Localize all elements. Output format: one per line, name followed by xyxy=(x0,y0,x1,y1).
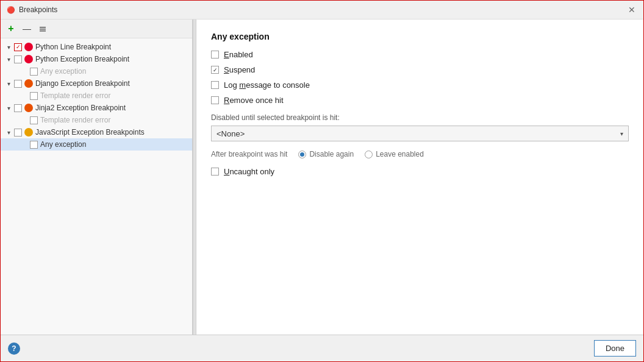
suspend-checkbox[interactable] xyxy=(211,66,219,74)
log-message-label: Log message to console xyxy=(224,80,310,90)
remove-breakpoint-button[interactable]: — xyxy=(20,22,34,35)
log-message-option: Log message to console xyxy=(211,80,629,90)
chevron-icon xyxy=(4,55,13,63)
chevron-icon xyxy=(4,43,13,51)
checkbox-javascript-exception[interactable] xyxy=(14,129,22,137)
breakpoint-icon xyxy=(24,104,33,112)
list-item[interactable]: Any exception xyxy=(1,65,192,77)
checkbox-jinja2-exception[interactable] xyxy=(14,104,22,112)
settings-icon xyxy=(38,24,47,33)
close-button[interactable]: ✕ xyxy=(626,4,637,15)
enabled-option: Enabled xyxy=(211,50,629,59)
item-label: Template render error xyxy=(40,91,110,100)
item-label: JavaScript Exception Breakpoints xyxy=(35,128,145,137)
settings-button[interactable] xyxy=(36,22,49,35)
checkbox-django-exception[interactable] xyxy=(14,80,22,88)
enabled-label: Enabled xyxy=(224,50,253,59)
log-message-checkbox[interactable] xyxy=(211,81,219,89)
chevron-icon xyxy=(4,79,13,88)
breakpoints-dialog: 🔴 Breakpoints ✕ + — xyxy=(0,0,644,362)
section-title: Any exception xyxy=(211,32,629,41)
dropdown-value: <None> xyxy=(216,129,245,138)
suspend-label: Suspend xyxy=(224,65,255,74)
disabled-until-label: Disabled until selected breakpoint is hi… xyxy=(211,113,629,122)
done-button[interactable]: Done xyxy=(594,340,636,357)
uncaught-only-label: Uncaught only xyxy=(224,167,274,176)
svg-rect-2 xyxy=(40,30,46,32)
item-label: Any exception xyxy=(40,67,86,76)
help-button[interactable]: ? xyxy=(8,342,20,355)
item-label: Python Line Breakpoint xyxy=(35,43,111,51)
dropdown-row: <None> ▾ xyxy=(211,126,629,141)
remove-once-label: Remove once hit xyxy=(224,96,284,105)
item-label: Jinja2 Exception Breakpoint xyxy=(35,104,126,112)
list-item[interactable]: JavaScript Exception Breakpoints xyxy=(1,126,192,138)
item-label: Template render error xyxy=(40,116,110,124)
checkbox-any-exception-python[interactable] xyxy=(30,68,38,76)
dialog-title: Breakpoints xyxy=(19,5,57,14)
remove-once-option: Remove once hit xyxy=(211,96,629,105)
breakpoint-icon xyxy=(24,79,33,88)
breakpoint-icon xyxy=(24,43,33,51)
list-item[interactable]: Django Exception Breakpoint xyxy=(1,77,192,90)
breakpoint-icon xyxy=(24,128,33,137)
svg-rect-0 xyxy=(40,27,46,28)
leave-enabled-radio[interactable] xyxy=(365,151,373,158)
leave-enabled-label: Leave enabled xyxy=(376,150,424,158)
item-label: Django Exception Breakpoint xyxy=(35,79,130,88)
add-breakpoint-button[interactable]: + xyxy=(4,22,18,35)
checkbox-python-line[interactable] xyxy=(14,43,22,51)
tree-toolbar: + — xyxy=(1,20,192,38)
item-label: Python Exception Breakpoint xyxy=(35,55,129,63)
chevron-icon xyxy=(4,104,13,112)
svg-rect-1 xyxy=(40,29,46,30)
after-hit-row: After breakpoint was hit Disable again L… xyxy=(211,150,629,158)
list-item[interactable]: Template render error xyxy=(1,90,192,102)
checkbox-python-exception[interactable] xyxy=(14,55,22,63)
leave-enabled-option[interactable]: Leave enabled xyxy=(365,150,424,158)
chevron-down-icon: ▾ xyxy=(620,130,623,137)
disable-again-label: Disable again xyxy=(309,150,354,158)
right-panel: Any exception Enabled Suspend Log messag… xyxy=(196,20,643,335)
dialog-body: + — Python Line Breakpoint xyxy=(1,20,643,335)
checkbox-template-render-django[interactable] xyxy=(30,92,38,100)
uncaught-only-checkbox[interactable] xyxy=(211,168,219,176)
checkbox-template-render-jinja[interactable] xyxy=(30,116,38,124)
suspend-option: Suspend xyxy=(211,65,629,74)
list-item[interactable]: Any exception xyxy=(1,138,192,151)
list-item[interactable]: Python Line Breakpoint xyxy=(1,41,192,53)
list-item[interactable]: Template render error xyxy=(1,114,192,126)
list-item[interactable]: Python Exception Breakpoint xyxy=(1,53,192,65)
checkbox-any-exception-js[interactable] xyxy=(30,141,38,149)
none-dropdown[interactable]: <None> ▾ xyxy=(211,126,629,141)
item-label: Any exception xyxy=(40,140,86,149)
breakpoint-icon xyxy=(24,55,33,63)
disable-again-radio[interactable] xyxy=(298,151,306,158)
after-hit-label: After breakpoint was hit xyxy=(211,150,287,158)
left-panel: + — Python Line Breakpoint xyxy=(1,20,193,335)
uncaught-only-option: Uncaught only xyxy=(211,167,629,176)
bottom-bar: ? Done xyxy=(1,335,643,361)
list-item[interactable]: Jinja2 Exception Breakpoint xyxy=(1,102,192,114)
remove-once-checkbox[interactable] xyxy=(211,96,219,104)
title-bar: 🔴 Breakpoints ✕ xyxy=(1,1,643,20)
enabled-checkbox[interactable] xyxy=(211,51,219,59)
breakpoints-tree: Python Line Breakpoint Python Exception … xyxy=(1,38,192,335)
chevron-icon xyxy=(4,128,13,137)
disable-again-option[interactable]: Disable again xyxy=(298,150,354,158)
